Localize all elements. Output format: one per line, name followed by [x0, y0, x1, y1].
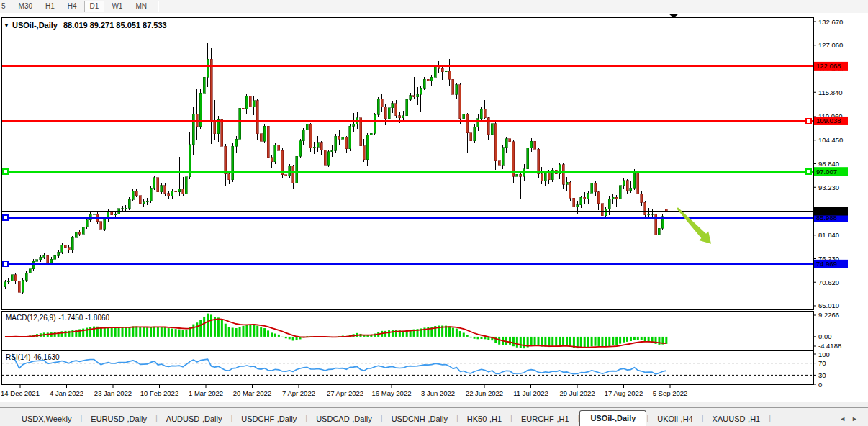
- timeframe-button-H1[interactable]: H1: [40, 1, 60, 12]
- candle-down: [381, 99, 383, 107]
- timeframe-button-5[interactable]: 5: [0, 1, 12, 12]
- candle-down: [626, 181, 628, 191]
- rsi-scale-label: 70: [818, 359, 826, 367]
- candle-up: [4, 282, 6, 287]
- date-label: 29 Jul 2022: [559, 389, 595, 397]
- candle-up: [125, 208, 127, 209]
- macd-histogram-bar: [551, 337, 553, 347]
- candle-up: [207, 59, 209, 77]
- candle-up: [150, 188, 152, 201]
- candle-up: [463, 114, 465, 118]
- macd-histogram-bar: [107, 327, 109, 337]
- date-label: 17 Aug 2022: [605, 389, 643, 397]
- candle-up: [114, 214, 117, 215]
- candle-down: [548, 173, 550, 180]
- tab-ukoil-h4[interactable]: UKOil-,H4: [648, 412, 702, 426]
- macd-scale-label: 9.2266: [818, 311, 839, 319]
- candle-up: [146, 201, 148, 202]
- macd-histogram-bar: [118, 327, 120, 337]
- line-handle[interactable]: [3, 169, 8, 174]
- candle-down: [324, 150, 326, 165]
- macd-histogram-bar: [256, 326, 258, 337]
- candle-up: [263, 126, 266, 141]
- candle-down: [470, 133, 472, 141]
- candle-up: [377, 99, 379, 115]
- tab-audusd-daily[interactable]: AUDUSD-,Daily: [158, 412, 231, 426]
- candle-down: [595, 183, 597, 192]
- tab-usdcnh-daily[interactable]: USDCNH-,Daily: [383, 412, 456, 426]
- line-handle[interactable]: [3, 215, 8, 220]
- tab-xauusd-h1[interactable]: XAUUSD-,H1: [704, 412, 769, 426]
- timeframe-button-D1[interactable]: D1: [84, 1, 105, 12]
- candle-up: [402, 116, 404, 118]
- macd-histogram-bar: [569, 337, 571, 347]
- price-tick-label: 104.450: [818, 136, 843, 144]
- timeframe-button-M30[interactable]: M30: [13, 1, 38, 12]
- candle-up: [128, 199, 130, 208]
- price-badge-label: 74.969: [816, 260, 837, 268]
- candle-down: [384, 106, 386, 118]
- timeframe-toolbar: 5M30H1H4D1W1MN: [0, 0, 868, 14]
- tab-hk50-h1[interactable]: HK50-,H1: [458, 412, 510, 426]
- candle-down: [494, 124, 497, 161]
- macd-histogram-bar: [544, 337, 546, 347]
- macd-histogram-bar: [125, 327, 127, 337]
- macd-histogram-bar: [601, 337, 603, 347]
- candle-up: [651, 214, 654, 214]
- candle-down: [644, 202, 646, 215]
- macd-histogram-bar: [260, 327, 262, 337]
- macd-histogram-bar: [512, 337, 515, 346]
- date-label: 16 May 2022: [372, 389, 412, 397]
- timeframe-button-H4[interactable]: H4: [62, 1, 83, 12]
- macd-histogram-bar: [245, 325, 248, 337]
- candle-up: [417, 94, 419, 97]
- timeframe-button-W1[interactable]: W1: [106, 1, 128, 12]
- macd-histogram-bar: [591, 337, 593, 346]
- macd-histogram-bar: [274, 334, 276, 337]
- macd-histogram-bar: [278, 335, 280, 337]
- date-label: 23 Jan 2022: [94, 389, 132, 397]
- price-badge-label: 97.007: [816, 168, 837, 176]
- candle-up: [192, 114, 194, 145]
- candle-up: [331, 150, 333, 152]
- candle-down: [452, 79, 454, 94]
- tab-usdx-weekly[interactable]: USDX,Weekly: [13, 412, 80, 426]
- tab-usoil-daily[interactable]: USOil-,Daily: [579, 410, 646, 426]
- tabs-scroll-left-button[interactable]: ◄: [839, 415, 846, 422]
- macd-histogram-bar: [448, 327, 451, 337]
- main-chart-panel[interactable]: [2, 18, 814, 310]
- candle-up: [559, 165, 561, 174]
- macd-histogram-bar: [595, 337, 597, 346]
- candle-down: [569, 182, 571, 198]
- candle-up: [185, 177, 187, 194]
- tab-usdchf-daily[interactable]: USDCHF-,Daily: [232, 412, 305, 426]
- rsi-panel[interactable]: [2, 351, 814, 385]
- candle-up: [302, 130, 304, 140]
- candle-down: [360, 118, 362, 146]
- chart-window[interactable]: 132.670127.060121.450115.840110.060104.4…: [0, 13, 868, 402]
- candle-up: [317, 143, 319, 148]
- candle-down: [320, 143, 322, 150]
- macd-histogram-bar: [477, 337, 479, 339]
- line-handle[interactable]: [3, 261, 8, 266]
- macd-histogram-bar: [392, 330, 394, 337]
- candle-up: [11, 275, 13, 281]
- timeframe-button-MN[interactable]: MN: [130, 1, 153, 12]
- candle-up: [630, 188, 632, 191]
- price-tick-label: 65.010: [818, 302, 839, 309]
- candle-down: [597, 192, 600, 204]
- candle-up: [474, 127, 476, 140]
- tab-eurusd-daily[interactable]: EURUSD-,Daily: [82, 412, 155, 426]
- line-handle[interactable]: [806, 169, 811, 174]
- candle-up: [430, 77, 433, 81]
- macd-histogram-bar: [111, 327, 113, 336]
- title-dropdown-icon[interactable]: ▼: [4, 22, 9, 29]
- tab-eurchf-h1[interactable]: EURCHF-,H1: [512, 412, 578, 426]
- candle-up: [203, 77, 205, 93]
- tab-usdcad-daily[interactable]: USDCAD-,Daily: [307, 412, 381, 426]
- line-handle[interactable]: [806, 118, 811, 123]
- price-tick-label: 81.840: [818, 231, 839, 239]
- tabs-scroll-right-button[interactable]: ►: [851, 415, 858, 422]
- price-tick-label: 70.620: [818, 278, 839, 286]
- candle-up: [580, 197, 582, 205]
